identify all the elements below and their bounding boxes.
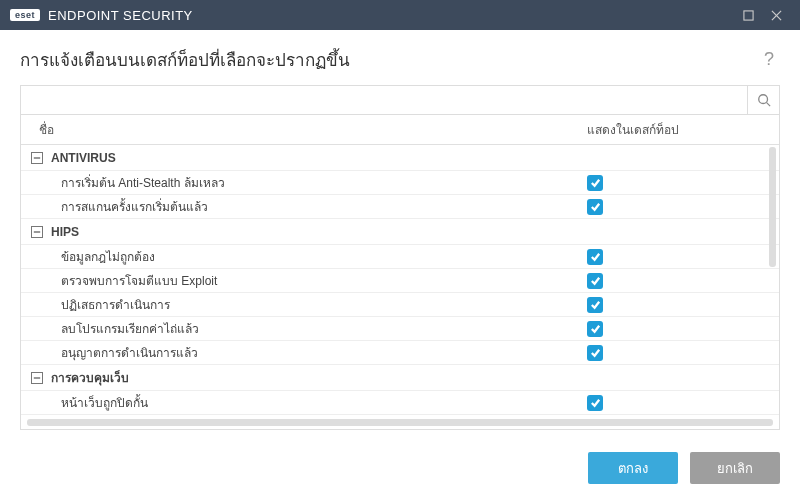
item-check-cell: [581, 273, 779, 289]
group-row[interactable]: ANTIVIRUS: [21, 145, 779, 171]
item-check-cell: [581, 249, 779, 265]
item-label: ลบโปรแกรมเรียกค่าไถ่แล้ว: [21, 319, 581, 338]
checkbox[interactable]: [587, 249, 603, 265]
page-title: การแจ้งเตือนบนเดสก์ท็อปที่เลือกจะปรากฏขึ…: [20, 46, 758, 73]
item-row: ตรวจพบการโจมตีแบบ Exploit: [21, 269, 779, 293]
cancel-button[interactable]: ยกเลิก: [690, 452, 780, 484]
horizontal-scrollbar[interactable]: [27, 419, 773, 426]
col-header-name[interactable]: ชื่อ: [21, 120, 581, 139]
col-header-show[interactable]: แสดงในเดสก์ท็อป: [581, 120, 779, 139]
checkbox[interactable]: [587, 395, 603, 411]
window-maximize-button[interactable]: [734, 1, 762, 29]
table: ชื่อ แสดงในเดสก์ท็อป ANTIVIRUSการเริ่มต้…: [20, 115, 780, 430]
item-row: การเริ่มต้น Anti-Stealth ล้มเหลว: [21, 171, 779, 195]
brand-logo: eset: [10, 9, 40, 21]
item-label: ข้อมูลกฎไม่ถูกต้อง: [21, 247, 581, 266]
checkbox[interactable]: [587, 321, 603, 337]
checkbox[interactable]: [587, 273, 603, 289]
item-label: หน้าเว็บถูกปิดกั้น: [21, 393, 581, 412]
group-row[interactable]: การควบคุมเว็บ: [21, 365, 779, 391]
item-check-cell: [581, 199, 779, 215]
item-label: ปฏิเสธการดำเนินการ: [21, 295, 581, 314]
titlebar: eset ENDPOINT SECURITY: [0, 0, 800, 30]
item-label: การสแกนครั้งแรกเริ่มต้นแล้ว: [21, 197, 581, 216]
content: ชื่อ แสดงในเดสก์ท็อป ANTIVIRUSการเริ่มต้…: [0, 85, 800, 440]
search-row: [20, 85, 780, 115]
search-input[interactable]: [21, 86, 747, 114]
item-label: การเริ่มต้น Anti-Stealth ล้มเหลว: [21, 173, 581, 192]
group-label: การควบคุมเว็บ: [51, 368, 129, 387]
item-row: หน้าเว็บถูกปิดกั้น: [21, 391, 779, 415]
ok-button[interactable]: ตกลง: [588, 452, 678, 484]
checkbox[interactable]: [587, 297, 603, 313]
checkbox[interactable]: [587, 175, 603, 191]
window-close-button[interactable]: [762, 1, 790, 29]
footer: ตกลง ยกเลิก: [0, 440, 800, 500]
brand-product: ENDPOINT SECURITY: [48, 8, 193, 23]
item-check-cell: [581, 395, 779, 411]
collapse-icon[interactable]: [31, 372, 43, 384]
svg-rect-0: [743, 10, 752, 19]
item-row: การสแกนครั้งแรกเริ่มต้นแล้ว: [21, 195, 779, 219]
search-button[interactable]: [747, 86, 779, 114]
collapse-icon[interactable]: [31, 152, 43, 164]
item-check-cell: [581, 297, 779, 313]
group-row[interactable]: HIPS: [21, 219, 779, 245]
item-check-cell: [581, 345, 779, 361]
group-label: ANTIVIRUS: [51, 151, 116, 165]
table-body: ANTIVIRUSการเริ่มต้น Anti-Stealth ล้มเหล…: [21, 145, 779, 429]
svg-point-3: [758, 95, 767, 104]
checkbox[interactable]: [587, 199, 603, 215]
item-row: ลบโปรแกรมเรียกค่าไถ่แล้ว: [21, 317, 779, 341]
item-check-cell: [581, 321, 779, 337]
header: การแจ้งเตือนบนเดสก์ท็อปที่เลือกจะปรากฏขึ…: [0, 30, 800, 85]
item-row: ข้อมูลกฎไม่ถูกต้อง: [21, 245, 779, 269]
item-label: ตรวจพบการโจมตีแบบ Exploit: [21, 271, 581, 290]
item-row: ปฏิเสธการดำเนินการ: [21, 293, 779, 317]
vertical-scrollbar[interactable]: [769, 147, 776, 267]
item-row: อนุญาตการดำเนินการแล้ว: [21, 341, 779, 365]
group-label: HIPS: [51, 225, 79, 239]
collapse-icon[interactable]: [31, 226, 43, 238]
svg-line-4: [766, 103, 770, 107]
help-icon[interactable]: ?: [758, 49, 780, 70]
item-label: อนุญาตการดำเนินการแล้ว: [21, 343, 581, 362]
item-check-cell: [581, 175, 779, 191]
table-header: ชื่อ แสดงในเดสก์ท็อป: [21, 115, 779, 145]
checkbox[interactable]: [587, 345, 603, 361]
